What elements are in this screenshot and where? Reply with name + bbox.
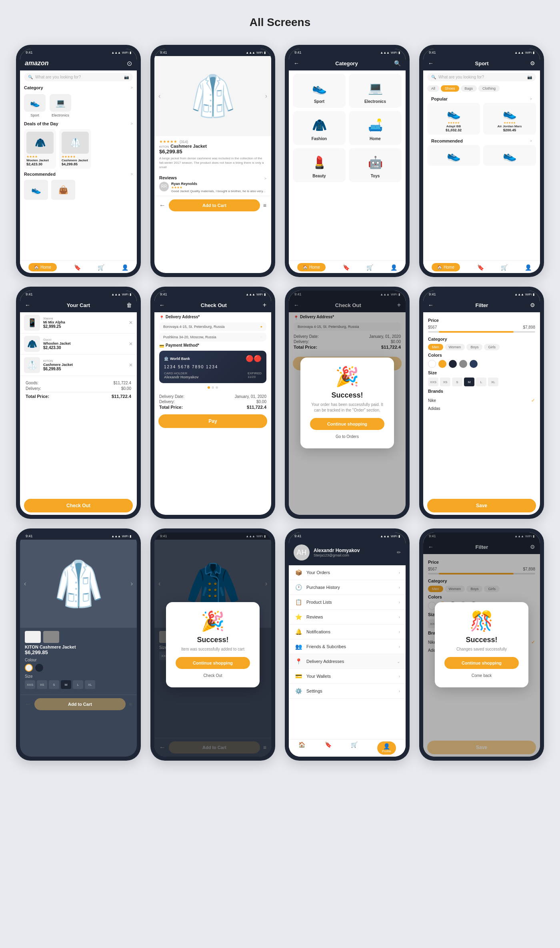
continue-btn-12[interactable]: Continue shopping: [444, 657, 519, 669]
chip-boys-8[interactable]: Boys: [466, 344, 482, 350]
tab-shoes-4[interactable]: Shoes: [441, 85, 459, 92]
see-all-recommended[interactable]: >: [131, 172, 133, 176]
tab-clothing-4[interactable]: Clothing: [478, 85, 500, 92]
reviews-arrow[interactable]: >: [264, 177, 266, 181]
prev-arrow[interactable]: ‹: [158, 92, 160, 100]
menu-lists[interactable]: 📋 Product Lists ›: [289, 595, 406, 610]
size-xxs-9[interactable]: XXS: [25, 680, 35, 689]
wishlist-4[interactable]: 🔖: [477, 264, 484, 271]
go-orders-btn-7[interactable]: Go to Orders: [334, 433, 360, 440]
size-l-8[interactable]: L: [476, 378, 486, 386]
search-icon-3[interactable]: 🔍: [394, 60, 401, 66]
continue-shopping-btn-7[interactable]: Continue shopping: [310, 418, 384, 430]
size-xs-9[interactable]: XS: [37, 680, 47, 689]
menu-notifications[interactable]: 🔔 Notifications ›: [289, 625, 406, 639]
brand-adidas-8[interactable]: Adidas: [428, 405, 535, 412]
nav-home-11[interactable]: 🏠: [298, 741, 305, 755]
add-to-cart-btn-2[interactable]: Add to Cart: [169, 199, 260, 211]
range-bar-8[interactable]: [428, 331, 535, 333]
cart-nav-1[interactable]: 🛒: [98, 264, 104, 271]
cat-fashion-3[interactable]: 🧥 Fashion: [293, 111, 346, 145]
category-electronics[interactable]: 💻 Electronics: [50, 94, 71, 117]
swatch-gray-8[interactable]: [459, 360, 467, 368]
chip-men-8[interactable]: Men: [428, 344, 443, 350]
see-all-rec-4[interactable]: >: [530, 139, 532, 143]
menu-delivery[interactable]: 📍 Delivery Addresses ⌄: [289, 654, 406, 669]
prev-9[interactable]: ‹: [24, 580, 26, 587]
deal-woolen[interactable]: 🧥 ★★★★ Woolen Jacket $2,423.30: [24, 129, 56, 169]
search-nav-icon[interactable]: ⊙: [127, 60, 132, 67]
back-btn-12[interactable]: Come back: [470, 672, 494, 679]
nav-wishlist-11[interactable]: 🔖: [325, 741, 332, 755]
wishlist-3[interactable]: 🔖: [343, 264, 350, 271]
wishlist-nav-1[interactable]: 🔖: [74, 264, 81, 271]
size-xxs-8[interactable]: XXS: [428, 378, 438, 386]
next-arrow[interactable]: ›: [265, 92, 267, 100]
nav-cart-11[interactable]: 🛒: [351, 741, 358, 755]
deal-cashmere[interactable]: 🥼 ★★★★★ Cashmere Jacket $4,299.85: [59, 129, 91, 169]
size-xl-8[interactable]: XL: [488, 378, 498, 386]
menu-icon-9[interactable]: ≡: [129, 701, 132, 707]
thumb-2-9[interactable]: [43, 631, 59, 643]
size-l-9[interactable]: L: [73, 680, 83, 689]
menu-reviews[interactable]: ⭐ Reviews ›: [289, 610, 406, 625]
search-bar-1[interactable]: 🔍 What are you looking for? 📷: [24, 73, 133, 81]
tab-bags-4[interactable]: Bags: [461, 85, 477, 92]
xiaomi-remove[interactable]: ✕: [129, 320, 133, 325]
swatch-white-8[interactable]: [428, 360, 436, 368]
profile-3[interactable]: 👤: [390, 264, 397, 271]
cat-electronics-3[interactable]: 💻 Electronics: [349, 74, 402, 108]
back-6[interactable]: ←: [159, 302, 165, 308]
home-btn-4[interactable]: 🏠 Home: [432, 263, 460, 271]
brand-nike-8[interactable]: Nike ✓: [428, 396, 535, 405]
back-3[interactable]: ←: [294, 60, 299, 66]
cat-sport-3[interactable]: 👟 Sport: [293, 74, 346, 108]
plus-icon-6[interactable]: +: [263, 301, 266, 309]
color-light-9[interactable]: [25, 664, 33, 672]
add-to-cart-btn-9[interactable]: Add to Cart: [34, 698, 126, 710]
back-5[interactable]: ←: [25, 302, 30, 308]
chip-girls-8[interactable]: Girls: [484, 344, 500, 350]
cart-3[interactable]: 🛒: [366, 264, 373, 271]
back-8[interactable]: ←: [428, 302, 434, 308]
filter-extra-8[interactable]: ⚙: [530, 302, 535, 308]
pay-btn-6[interactable]: Pay: [158, 414, 267, 428]
address1-field-6[interactable]: Borovaya 4-15, St. Petersburg, Russia ●: [159, 322, 266, 331]
swatch-dark-8[interactable]: [449, 360, 457, 368]
thumb-1-9[interactable]: [25, 631, 41, 643]
size-s-8[interactable]: S: [452, 378, 462, 386]
cat-toys-3[interactable]: 🤖 Toys: [349, 148, 402, 182]
home-btn-3[interactable]: 🏠 Home: [297, 263, 326, 271]
search-bar-4[interactable]: 🔍 What are you looking for? 📷: [427, 73, 536, 81]
product-adapt-4[interactable]: 👟 ★★★★★ Adapt BB $1,032.32: [427, 103, 480, 135]
profile-4[interactable]: 👤: [525, 264, 532, 271]
menu-purchase[interactable]: 🕐 Purchase History ›: [289, 580, 406, 595]
size-xs-8[interactable]: XS: [440, 378, 450, 386]
size-m-9[interactable]: M: [61, 680, 71, 689]
size-xl-9[interactable]: XL: [85, 680, 95, 689]
address2-field-6[interactable]: Pushkina 34-20, Moscow, Russia ○: [159, 333, 266, 341]
product-jordan-4[interactable]: 👟 ★★★★★ Air Jordan Mars $200.45: [483, 103, 536, 135]
tab-all-4[interactable]: All: [427, 85, 439, 92]
see-all-category[interactable]: >: [131, 86, 133, 90]
profile-nav-1[interactable]: 👤: [122, 264, 128, 271]
nav-profile-11[interactable]: 👤 Profile: [377, 741, 396, 755]
kiton-remove[interactable]: ✕: [129, 362, 133, 368]
address2-radio-6[interactable]: ○: [260, 335, 262, 339]
category-sport[interactable]: 👟 Sport: [24, 94, 46, 117]
back-icon-9[interactable]: ←: [25, 701, 31, 708]
chip-women-8[interactable]: Women: [445, 344, 465, 350]
filter-icon-4[interactable]: ⚙: [530, 60, 535, 66]
continue-btn-10[interactable]: Continue shopping: [176, 657, 250, 669]
menu-orders[interactable]: 📦 Your Orders ›: [289, 565, 406, 580]
cat-home-3[interactable]: 🛋️ Home: [349, 111, 402, 145]
edit-profile-btn[interactable]: ✏: [397, 550, 401, 555]
swatch-orange-8[interactable]: [438, 360, 446, 368]
color-dark-9[interactable]: [35, 664, 43, 672]
back-4[interactable]: ←: [428, 60, 434, 66]
menu-friends[interactable]: 👥 Friends & Subcribes ›: [289, 639, 406, 654]
gucci-remove[interactable]: ✕: [129, 341, 133, 347]
home-btn-1[interactable]: 🏠 Home: [28, 263, 57, 271]
size-m-8[interactable]: M: [464, 378, 474, 386]
menu-icon-2[interactable]: ≡: [263, 202, 266, 209]
